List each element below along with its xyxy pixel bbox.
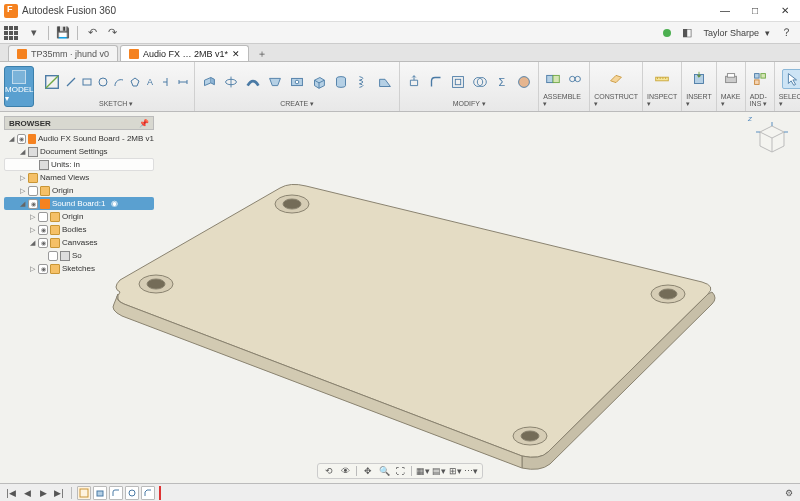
timeline-settings-button[interactable]: ⚙ — [782, 486, 796, 500]
viewport-3d[interactable]: z BROWSER 📌 ◢◉ Audio FX Sound Board - 2M… — [0, 112, 800, 483]
tree-origin[interactable]: ▷ Origin — [4, 184, 154, 197]
timeline-feature-chamfer[interactable] — [141, 486, 155, 500]
look-at-button[interactable]: 👁 — [338, 464, 352, 478]
coil-icon[interactable] — [353, 72, 373, 92]
ribbon-group-label[interactable]: MAKE ▾ — [721, 93, 741, 109]
timeline-marker[interactable] — [159, 486, 161, 500]
ribbon-group-label[interactable]: INSERT ▾ — [686, 93, 711, 109]
svg-point-32 — [521, 431, 539, 441]
timeline-feature-hole[interactable] — [125, 486, 139, 500]
loft-icon[interactable] — [265, 72, 285, 92]
ribbon-group-label[interactable]: SKETCH ▾ — [99, 100, 133, 109]
timeline-start-button[interactable]: |◀ — [4, 486, 18, 500]
shell-icon[interactable] — [448, 72, 468, 92]
select-icon[interactable] — [782, 69, 800, 89]
align-icon[interactable]: Σ — [492, 72, 512, 92]
save-button[interactable]: 💾 — [55, 25, 71, 41]
addins-icon[interactable] — [750, 69, 770, 89]
tree-bodies[interactable]: ▷◉ Bodies — [4, 223, 154, 236]
window-close-button[interactable]: ✕ — [770, 0, 800, 22]
tree-sketches[interactable]: ▷◉ Sketches — [4, 262, 154, 275]
trim-icon[interactable] — [160, 75, 174, 89]
revolve-icon[interactable] — [221, 72, 241, 92]
create-sketch-icon[interactable] — [42, 72, 62, 92]
timeline-prev-button[interactable]: ◀ — [20, 486, 34, 500]
timeline-feature-extrude[interactable] — [93, 486, 107, 500]
user-name[interactable]: Taylor Sharpe — [703, 28, 759, 38]
window-minimize-button[interactable]: — — [710, 0, 740, 22]
window-maximize-button[interactable]: □ — [740, 0, 770, 22]
tree-comp-origin[interactable]: ▷ Origin — [4, 210, 154, 223]
timeline-play-button[interactable]: ▶ — [36, 486, 50, 500]
dimension-icon[interactable] — [176, 75, 190, 89]
combine-icon[interactable] — [470, 72, 490, 92]
ribbon-group-label[interactable]: MODIFY ▾ — [453, 100, 486, 109]
ribbon-group-label[interactable]: CREATE ▾ — [280, 100, 314, 109]
svg-point-30 — [147, 279, 165, 289]
fillet-icon[interactable] — [426, 72, 446, 92]
online-status-icon — [663, 29, 671, 37]
press-pull-icon[interactable] — [404, 72, 424, 92]
rib-icon[interactable] — [375, 72, 395, 92]
extrude-icon[interactable] — [199, 72, 219, 92]
plane-icon[interactable] — [606, 69, 626, 89]
pan-button[interactable]: ✥ — [361, 464, 375, 478]
view-cube[interactable] — [752, 118, 792, 158]
tree-component[interactable]: ◢◉ Sound Board:1 ◉ — [4, 197, 154, 210]
timeline-next-button[interactable]: ▶| — [52, 486, 66, 500]
sweep-icon[interactable] — [243, 72, 263, 92]
timeline-feature-sketch[interactable] — [77, 486, 91, 500]
polygon-icon[interactable] — [128, 75, 142, 89]
zoom-button[interactable]: 🔍 — [377, 464, 391, 478]
hole-icon[interactable] — [287, 72, 307, 92]
activate-radio-icon[interactable]: ◉ — [111, 199, 118, 208]
display-style-dropdown[interactable]: ▦▾ — [416, 464, 430, 478]
line-icon[interactable] — [64, 75, 78, 89]
cylinder-icon[interactable] — [331, 72, 351, 92]
grid-dropdown[interactable]: ▤▾ — [432, 464, 446, 478]
tree-doc-settings[interactable]: ◢ Document Settings — [4, 145, 154, 158]
undo-button[interactable]: ↶ — [84, 25, 100, 41]
redo-button[interactable]: ↷ — [104, 25, 120, 41]
browser-header[interactable]: BROWSER 📌 — [4, 116, 154, 130]
circle-icon[interactable] — [96, 75, 110, 89]
spline-icon[interactable]: A — [144, 75, 158, 89]
tree-named-views[interactable]: ▷ Named Views — [4, 171, 154, 184]
ribbon-group-label[interactable]: INSPECT ▾ — [647, 93, 677, 109]
tree-root[interactable]: ◢◉ Audio FX Sound Board - 2MB v1 — [4, 132, 154, 145]
help-button[interactable]: ？ — [778, 25, 794, 41]
print-icon[interactable] — [721, 69, 741, 89]
ribbon-group-modify: Σ MODIFY ▾ — [400, 62, 539, 111]
insert-icon[interactable] — [689, 69, 709, 89]
tab-close-icon[interactable]: ✕ — [232, 49, 240, 59]
ribbon-group-label[interactable]: ASSEMBLE ▾ — [543, 93, 585, 109]
more-dropdown[interactable]: ⋯▾ — [464, 464, 478, 478]
document-tab-inactive[interactable]: TP35mm · jhund v0 — [8, 45, 118, 61]
browser-pin-icon[interactable]: 📌 — [139, 119, 149, 128]
file-menu-button[interactable]: ▾ — [26, 25, 42, 41]
multi-view-dropdown[interactable]: ⊞▾ — [448, 464, 462, 478]
extensions-icon[interactable]: ◧ — [679, 25, 695, 41]
workspace-switcher[interactable]: MODEL ▾ — [4, 66, 34, 107]
rectangle-icon[interactable] — [80, 75, 94, 89]
data-panel-icon[interactable] — [4, 26, 18, 40]
fit-button[interactable]: ⛶ — [393, 464, 407, 478]
tree-label: Sound Board:1 — [52, 199, 105, 208]
document-tab-active[interactable]: Audio FX … 2MB v1* ✕ — [120, 45, 249, 61]
appearance-icon[interactable] — [514, 72, 534, 92]
arc-icon[interactable] — [112, 75, 126, 89]
ribbon-group-label[interactable]: ADD-INS ▾ — [750, 93, 770, 109]
ribbon-group-label[interactable]: CONSTRUCT ▾ — [594, 93, 638, 109]
tree-units[interactable]: Units: in — [4, 158, 154, 171]
joint-icon[interactable] — [565, 69, 585, 89]
box-icon[interactable] — [309, 72, 329, 92]
measure-icon[interactable] — [652, 69, 672, 89]
new-component-icon[interactable] — [543, 69, 563, 89]
ribbon-group-label[interactable]: SELECT ▾ — [779, 93, 800, 109]
new-tab-button[interactable]: ＋ — [255, 47, 269, 61]
tree-canvas-item[interactable]: So — [4, 249, 154, 262]
user-menu-dropdown[interactable]: ▾ — [765, 28, 770, 38]
orbit-button[interactable]: ⟲ — [322, 464, 336, 478]
tree-canvases[interactable]: ◢◉ Canvases — [4, 236, 154, 249]
timeline-feature-fillet[interactable] — [109, 486, 123, 500]
